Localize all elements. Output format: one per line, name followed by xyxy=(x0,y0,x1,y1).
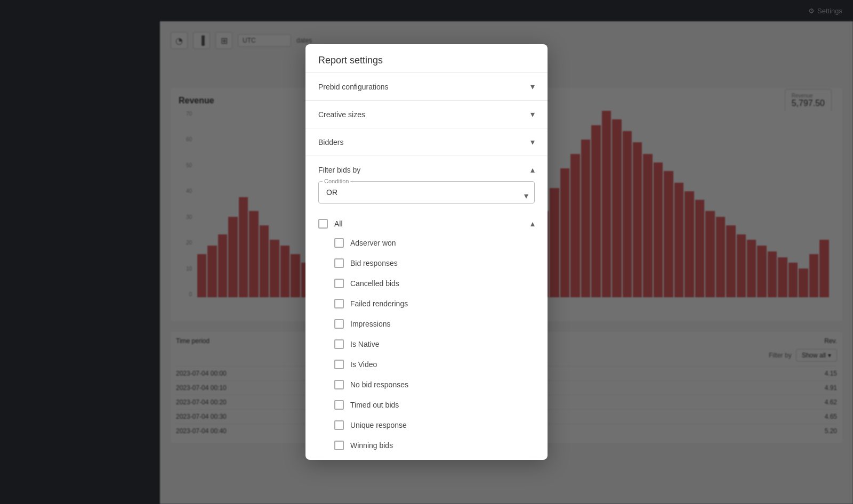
filter-bids-header: Filter bids by ▴ xyxy=(305,156,548,181)
filter-item-row[interactable]: Timed out bids xyxy=(334,395,535,415)
condition-select[interactable]: OR AND xyxy=(318,181,535,204)
filter-item-label: Cancelled bids xyxy=(350,279,399,288)
bidders-chevron-icon: ▾ xyxy=(530,137,535,147)
modal-body[interactable]: Prebid configurations ▾ Creative sizes ▾… xyxy=(305,73,548,460)
filter-item-checkbox-8[interactable] xyxy=(334,400,344,410)
prebid-label: Prebid configurations xyxy=(318,83,389,91)
filter-item-label: Adserver won xyxy=(350,239,396,247)
prebid-chevron-icon: ▾ xyxy=(530,82,535,92)
filter-item-row[interactable]: Failed renderings xyxy=(334,294,535,314)
condition-label: Condition xyxy=(323,178,350,184)
prebid-filter-row[interactable]: Prebid configurations ▾ xyxy=(305,73,548,100)
filter-item-label: Winning bids xyxy=(350,441,393,450)
filter-item-label: Timed out bids xyxy=(350,401,399,409)
bidders-label: Bidders xyxy=(318,138,343,147)
filter-item-label: Impressions xyxy=(350,320,390,328)
filter-bids-title: Filter bids by xyxy=(318,166,360,174)
report-settings-modal: Report settings Prebid configurations ▾ … xyxy=(305,44,548,460)
filter-item-label: Unique response xyxy=(350,421,407,429)
checklist-area: All ▴ Adserver won Bid responses Cancell… xyxy=(305,210,548,460)
filter-bids-chevron-icon: ▴ xyxy=(530,165,535,175)
filter-item-checkbox-7[interactable] xyxy=(334,380,344,389)
creative-sizes-chevron-icon: ▾ xyxy=(530,109,535,119)
filter-item-row[interactable]: Unique response xyxy=(334,415,535,435)
filter-item-row[interactable]: Is Native xyxy=(334,334,535,354)
filter-bids-section: Filter bids by ▴ Condition OR AND ▾ All xyxy=(305,156,548,460)
all-label: All xyxy=(334,220,343,228)
all-checkbox[interactable] xyxy=(318,219,328,229)
filter-item-row[interactable]: Adserver won xyxy=(334,233,535,253)
creative-sizes-filter-row[interactable]: Creative sizes ▾ xyxy=(305,101,548,128)
filter-item-checkbox-0[interactable] xyxy=(334,238,344,248)
creative-sizes-label: Creative sizes xyxy=(318,110,365,119)
check-items: Adserver won Bid responses Cancelled bid… xyxy=(318,233,535,456)
creative-sizes-section: Creative sizes ▾ xyxy=(305,101,548,128)
filter-item-row[interactable]: No bid responses xyxy=(334,375,535,395)
filter-item-row[interactable]: Impressions xyxy=(334,314,535,334)
filter-item-label: No bid responses xyxy=(350,380,408,389)
filter-item-row[interactable]: Is Video xyxy=(334,354,535,375)
check-all-row[interactable]: All ▴ xyxy=(318,214,535,233)
filter-item-checkbox-4[interactable] xyxy=(334,319,344,329)
filter-item-checkbox-5[interactable] xyxy=(334,339,344,349)
bidders-section: Bidders ▾ xyxy=(305,128,548,156)
filter-item-label: Bid responses xyxy=(350,259,398,267)
modal-title: Report settings xyxy=(318,55,535,66)
filter-item-label: Is Video xyxy=(350,360,377,369)
filter-item-row[interactable]: Bid responses xyxy=(334,253,535,273)
filter-item-checkbox-2[interactable] xyxy=(334,279,344,288)
condition-wrapper: Condition OR AND ▾ xyxy=(305,181,548,210)
all-collapse-icon[interactable]: ▴ xyxy=(530,218,535,229)
filter-item-checkbox-3[interactable] xyxy=(334,299,344,308)
filter-item-checkbox-9[interactable] xyxy=(334,420,344,430)
filter-item-row[interactable]: Winning bids xyxy=(334,435,535,456)
filter-item-row[interactable]: Cancelled bids xyxy=(334,273,535,294)
filter-item-checkbox-10[interactable] xyxy=(334,441,344,450)
bidders-filter-row[interactable]: Bidders ▾ xyxy=(305,128,548,156)
filter-item-label: Is Native xyxy=(350,340,379,348)
filter-item-label: Failed renderings xyxy=(350,299,408,308)
check-all-left: All xyxy=(318,219,343,229)
filter-item-checkbox-6[interactable] xyxy=(334,360,344,369)
filter-item-checkbox-1[interactable] xyxy=(334,258,344,268)
modal-header: Report settings xyxy=(305,44,548,73)
prebid-section: Prebid configurations ▾ xyxy=(305,73,548,101)
